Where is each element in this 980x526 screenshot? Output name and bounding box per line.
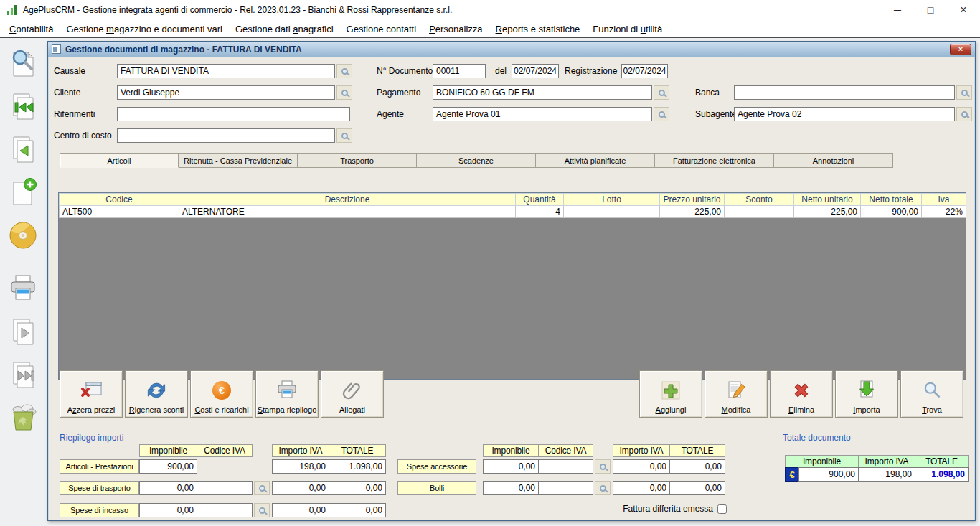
cell-iva[interactable]: 22% bbox=[922, 206, 966, 218]
column-header-codice[interactable]: Codice bbox=[60, 194, 179, 206]
column-header-prezzo-unitario[interactable]: Prezzo unitario bbox=[660, 194, 725, 206]
sidebar-next-record-button[interactable] bbox=[6, 316, 40, 347]
azzera-prezzi-button[interactable]: Azzera prezzi bbox=[60, 370, 123, 418]
bolli-totale-field[interactable]: 0,00 bbox=[669, 481, 725, 495]
sidebar-delete-record-button[interactable] bbox=[6, 402, 40, 433]
column-header-netto-totale[interactable]: Netto totale bbox=[861, 194, 922, 206]
agente-field[interactable]: Agente Prova 01 bbox=[433, 107, 652, 121]
subagente-field[interactable]: Agente Prova 02 bbox=[734, 107, 955, 121]
menu-contabilita[interactable]: Contabilità bbox=[3, 22, 60, 37]
riferimenti-field[interactable] bbox=[117, 107, 350, 121]
bolli-codice-iva-field[interactable] bbox=[538, 481, 593, 495]
pagamento-field[interactable]: BONIFICO 60 GG DF FM bbox=[433, 85, 652, 100]
sidebar-first-record-button[interactable] bbox=[6, 90, 40, 122]
stampa-riepilogo-button[interactable]: Stampa riepilogo bbox=[255, 370, 319, 418]
registrazione-field[interactable]: 02/07/2024 bbox=[621, 64, 668, 78]
cliente-field[interactable]: Verdi Giuseppe bbox=[117, 85, 335, 100]
menu-gestione-contatti[interactable]: Gestione contatti bbox=[340, 22, 423, 37]
incasso-importo-iva-field[interactable]: 0,00 bbox=[272, 503, 329, 517]
rigenera-sconti-button[interactable]: Rigenera sconti bbox=[125, 370, 188, 418]
document-close-button[interactable]: × bbox=[950, 44, 971, 55]
items-table-row[interactable]: ALT500 ALTERNATORE 4 225,00 225,00 900,0… bbox=[60, 206, 966, 218]
cell-codice[interactable]: ALT500 bbox=[60, 206, 179, 218]
trasporto-imponibile-field[interactable]: 0,00 bbox=[139, 481, 197, 495]
accessorie-totale-field[interactable]: 0,00 bbox=[669, 459, 725, 474]
modifica-button[interactable]: Modifica bbox=[705, 370, 768, 418]
accessorie-codice-iva-field[interactable] bbox=[538, 459, 593, 474]
trasporto-codice-iva-field[interactable] bbox=[197, 481, 253, 495]
cell-netto-unitario[interactable]: 225,00 bbox=[794, 206, 861, 218]
cliente-search-button[interactable] bbox=[336, 85, 352, 100]
fattura-differita-checkbox[interactable] bbox=[717, 504, 727, 514]
trasporto-importo-iva-field[interactable]: 0,00 bbox=[272, 481, 329, 495]
accessorie-iva-search-button[interactable] bbox=[595, 459, 611, 474]
subagente-search-button[interactable] bbox=[956, 107, 972, 121]
cell-descrizione[interactable]: ALTERNATORE bbox=[179, 206, 516, 218]
elimina-button[interactable]: Elimina bbox=[770, 370, 833, 418]
column-header-lotto[interactable]: Lotto bbox=[564, 194, 660, 206]
minimize-button[interactable]: ─ bbox=[881, 0, 914, 20]
cell-quantita[interactable]: 4 bbox=[516, 206, 564, 218]
header-importo-iva: Importo IVA bbox=[272, 444, 329, 457]
trova-button[interactable]: Trova bbox=[900, 370, 963, 418]
articoli-importo-iva-field[interactable]: 198,00 bbox=[272, 459, 329, 474]
document-window-titlebar[interactable]: Gestione documenti di magazzino - FATTUR… bbox=[48, 42, 975, 57]
column-header-iva[interactable]: Iva bbox=[922, 194, 966, 206]
sidebar-new-record-button[interactable] bbox=[6, 177, 40, 208]
sidebar-print-button[interactable] bbox=[6, 273, 40, 304]
articoli-imponibile-field[interactable]: 900,00 bbox=[139, 459, 197, 474]
banca-field[interactable] bbox=[734, 85, 955, 100]
bolli-iva-search-button[interactable] bbox=[595, 481, 611, 495]
accessorie-importo-iva-field[interactable]: 0,00 bbox=[613, 459, 670, 474]
pagamento-search-button[interactable] bbox=[654, 85, 669, 100]
sidebar-search-record-button[interactable] bbox=[6, 47, 40, 79]
centro-di-costo-field[interactable] bbox=[117, 128, 335, 143]
tab-fatturazione-elettronica[interactable]: Fatturazione elettronica bbox=[655, 153, 774, 168]
close-button[interactable]: × bbox=[947, 0, 980, 20]
column-header-descrizione[interactable]: Descrizione bbox=[179, 194, 516, 206]
column-header-sconto[interactable]: Sconto bbox=[725, 194, 794, 206]
menu-gestione-magazzino[interactable]: Gestione magazzino e documenti vari bbox=[60, 22, 229, 37]
bolli-imponibile-field[interactable]: 0,00 bbox=[483, 481, 539, 495]
bolli-importo-iva-field[interactable]: 0,00 bbox=[613, 481, 670, 495]
cell-sconto[interactable] bbox=[725, 206, 794, 218]
banca-search-button[interactable] bbox=[956, 85, 972, 100]
n-documento-field[interactable]: 00011 bbox=[433, 64, 486, 78]
causale-field[interactable]: FATTURA DI VENDITA bbox=[117, 64, 335, 78]
incasso-iva-search-button[interactable] bbox=[254, 503, 270, 517]
menu-personalizza[interactable]: Personalizza bbox=[423, 22, 489, 37]
trasporto-iva-search-button[interactable] bbox=[254, 481, 270, 495]
tab-ritenuta-cassa-previdenziale[interactable]: Ritenuta - Cassa Previdenziale bbox=[179, 153, 298, 168]
incasso-totale-field[interactable]: 0,00 bbox=[329, 503, 386, 517]
cell-lotto[interactable] bbox=[564, 206, 660, 218]
tab-annotazioni[interactable]: Annotazioni bbox=[774, 153, 893, 168]
tab-attivita-pianificate[interactable]: Attività pianificate bbox=[536, 153, 655, 168]
tab-articoli[interactable]: Articoli bbox=[60, 153, 179, 168]
sidebar-last-record-button[interactable] bbox=[6, 359, 40, 390]
allegati-button[interactable]: Allegati bbox=[321, 370, 384, 418]
costi-e-ricarichi-button[interactable]: € Costi e ricarichi bbox=[190, 370, 253, 418]
incasso-imponibile-field[interactable]: 0,00 bbox=[139, 503, 197, 517]
causale-search-button[interactable] bbox=[336, 64, 352, 78]
maximize-button[interactable]: □ bbox=[914, 0, 947, 20]
articoli-totale-field[interactable]: 1.098,00 bbox=[329, 459, 386, 474]
cell-netto-totale[interactable]: 900,00 bbox=[861, 206, 922, 218]
agente-search-button[interactable] bbox=[654, 107, 669, 121]
sidebar-previous-record-button[interactable] bbox=[6, 133, 40, 165]
menu-gestione-dati-anagrafici[interactable]: Gestione dati anagrafici bbox=[229, 22, 340, 37]
menu-reports-statistiche[interactable]: Reports e statistiche bbox=[489, 22, 587, 37]
tab-trasporto[interactable]: Trasporto bbox=[298, 153, 417, 168]
column-header-quantita[interactable]: Quantità bbox=[516, 194, 564, 206]
sidebar-save-record-button[interactable] bbox=[6, 220, 40, 251]
data-documento-field[interactable]: 02/07/2024 bbox=[512, 64, 559, 78]
trasporto-totale-field[interactable]: 0,00 bbox=[329, 481, 386, 495]
importa-button[interactable]: Importa bbox=[835, 370, 898, 418]
centro-di-costo-search-button[interactable] bbox=[336, 128, 352, 143]
menu-funzioni-utilita[interactable]: Funzioni di utilità bbox=[586, 22, 669, 37]
accessorie-imponibile-field[interactable]: 0,00 bbox=[483, 459, 539, 474]
column-header-netto-unitario[interactable]: Netto unitario bbox=[794, 194, 861, 206]
aggiungi-button[interactable]: Aggiungi bbox=[639, 370, 702, 418]
tab-scadenze[interactable]: Scadenze bbox=[417, 153, 536, 168]
incasso-codice-iva-field[interactable] bbox=[197, 503, 253, 517]
cell-prezzo-unitario[interactable]: 225,00 bbox=[660, 206, 725, 218]
